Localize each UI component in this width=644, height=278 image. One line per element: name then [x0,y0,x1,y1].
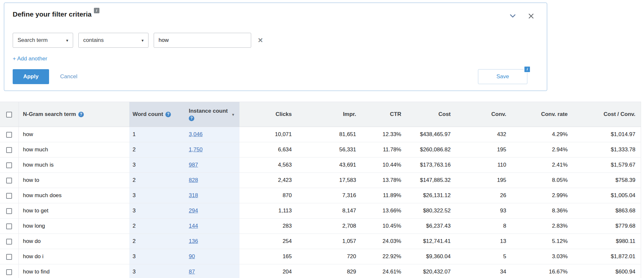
apply-button[interactable]: Apply [13,69,49,84]
save-info-icon[interactable]: i [524,66,531,73]
title-info-icon[interactable]: i [94,8,99,13]
row-checkbox[interactable] [6,223,12,229]
ngram-term-cell: how much [19,142,129,158]
clicks-cell: 165 [239,249,297,264]
ctr-cell: 13.66% [361,203,406,219]
filter-operator-value: contains [83,37,104,44]
ngram-term-cell: how much is [19,158,129,173]
col-header-word-count[interactable]: Word count ? [129,102,186,127]
ngram-term-cell: how to [19,173,129,188]
save-button[interactable]: Save i [478,69,527,84]
filter-operator-dropdown[interactable]: contains ▾ [78,33,148,48]
select-all-header [0,102,19,127]
table-row: how 1 3,046 10,071 81,651 12.33% $438,46… [0,127,641,142]
impr-cell: 7,316 [297,188,361,203]
conv-rate-cell: 8.05% [511,173,573,188]
remove-filter-icon[interactable]: ✕ [258,36,263,44]
word-count-cell: 2 [129,142,186,158]
row-checkbox-cell [0,188,19,203]
col-label-word-count: Word count [133,111,163,118]
impr-cell: 56,331 [297,142,361,158]
cost-conv-cell: $758.39 [573,173,641,188]
clicks-cell: 2,423 [239,173,297,188]
cost-cell: $12,741.41 [406,234,456,249]
cost-cell: $9,360.04 [406,249,456,264]
ngram-term-cell: how do i [19,249,129,264]
instance-count-link[interactable]: 318 [189,192,198,198]
conv-rate-cell: 2.41% [511,158,573,173]
conv-rate-cell: 2.94% [511,142,573,158]
collapse-chevron-icon[interactable] [508,11,517,20]
help-icon[interactable]: ? [165,112,171,117]
col-header-ctr[interactable]: CTR [361,102,406,127]
filter-field-dropdown[interactable]: Search term ▾ [13,33,73,48]
cost-conv-cell: $1,014.97 [573,127,641,142]
help-icon[interactable]: ? [189,116,194,121]
conv-cell: 195 [456,173,511,188]
instance-count-link[interactable]: 987 [189,162,198,168]
col-header-impr[interactable]: Impr. [297,102,361,127]
instance-count-link[interactable]: 1,750 [189,146,203,153]
instance-count-link[interactable]: 87 [189,269,195,275]
cancel-link[interactable]: Cancel [60,73,77,80]
instance-count-link[interactable]: 294 [189,208,198,214]
instance-count-cell: 987 [186,158,239,173]
row-checkbox[interactable] [6,193,12,199]
instance-count-cell: 294 [186,203,239,219]
row-checkbox[interactable] [6,208,12,214]
select-all-checkbox[interactable] [6,112,12,118]
col-header-ngram-term[interactable]: N-Gram search term ? [19,102,129,127]
table-row: how to 2 828 2,423 17,583 13.78% $147,88… [0,173,641,188]
col-label-ngram-term: N-Gram search term [23,111,76,118]
row-checkbox-cell [0,264,19,278]
impr-cell: 43,691 [297,158,361,173]
instance-count-cell: 87 [186,264,239,278]
clicks-cell: 10,071 [239,127,297,142]
instance-count-link[interactable]: 828 [189,177,198,183]
sort-desc-icon[interactable]: ▼ [231,113,235,117]
row-checkbox[interactable] [6,239,12,245]
col-header-cost-conv[interactable]: Cost / Conv. [573,102,641,127]
conv-cell: 13 [456,234,511,249]
row-checkbox[interactable] [6,254,12,260]
add-another-link[interactable]: + Add another [13,56,47,62]
help-icon[interactable]: ? [78,112,84,117]
ngram-term-cell: how to get [19,203,129,219]
word-count-cell: 3 [129,203,186,219]
instance-count-link[interactable]: 144 [189,223,198,229]
row-checkbox[interactable] [6,147,12,153]
cost-cell: $20,432.07 [406,264,456,278]
row-checkbox[interactable] [6,132,12,138]
conv-cell: 34 [456,264,511,278]
col-header-conv-rate[interactable]: Conv. rate [511,102,573,127]
table-row: how do 2 136 254 1,057 24.03% $12,741.41… [0,234,641,249]
col-header-instance-count[interactable]: Instance count ? ▼ [186,102,239,127]
filter-value-input[interactable] [154,33,251,48]
close-icon[interactable] [527,12,535,20]
cost-conv-cell: $1,579.67 [573,158,641,173]
instance-count-cell: 1,750 [186,142,239,158]
row-checkbox[interactable] [6,178,12,183]
row-checkbox[interactable] [6,269,12,275]
col-header-conv[interactable]: Conv. [456,102,511,127]
instance-count-link[interactable]: 90 [189,253,195,259]
impr-cell: 829 [297,264,361,278]
impr-cell: 2,708 [297,219,361,234]
row-checkbox-cell [0,203,19,219]
instance-count-cell: 90 [186,249,239,264]
instance-count-link[interactable]: 3,046 [189,131,203,137]
cost-cell: $173,763.16 [406,158,456,173]
cost-conv-cell: $1,005.04 [573,188,641,203]
row-checkbox[interactable] [6,162,12,168]
conv-rate-cell: 4.29% [511,127,573,142]
word-count-cell: 2 [129,173,186,188]
instance-count-link[interactable]: 136 [189,238,198,244]
row-checkbox-cell [0,142,19,158]
ctr-cell: 12.33% [361,127,406,142]
ngram-term-cell: how long [19,219,129,234]
col-header-clicks[interactable]: Clicks [239,102,297,127]
col-header-cost[interactable]: Cost [406,102,456,127]
clicks-cell: 204 [239,264,297,278]
conv-cell: 432 [456,127,511,142]
word-count-cell: 2 [129,234,186,249]
